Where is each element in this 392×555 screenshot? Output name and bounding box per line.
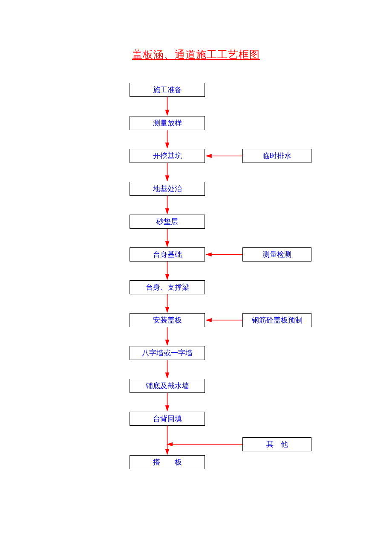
node-n3: 开挖基坑 (130, 149, 205, 163)
node-label: 其 他 (266, 439, 288, 449)
node-label: 砂垫层 (156, 217, 178, 227)
node-n2: 测量放样 (130, 116, 205, 130)
node-label: 钢筋砼盖板预制 (252, 315, 303, 325)
node-n4: 地基处治 (130, 182, 205, 196)
node-n11: 台背回填 (130, 412, 205, 426)
diagram-title: 盖板涵、通道施工工艺框图 (0, 48, 392, 61)
node-label: 临时排水 (262, 151, 291, 161)
node-n9: 八字墙或一字墙 (130, 346, 205, 360)
node-s4: 其 他 (242, 437, 311, 451)
node-label: 开挖基坑 (153, 151, 182, 161)
node-s2: 测量检测 (242, 247, 311, 262)
node-label: 台身、支撑梁 (146, 282, 189, 292)
node-n6: 台身基础 (130, 247, 205, 262)
node-label: 施工准备 (153, 85, 182, 95)
node-label: 八字墙或一字墙 (142, 348, 193, 358)
node-n7: 台身、支撑梁 (130, 280, 205, 294)
node-s3: 钢筋砼盖板预制 (242, 313, 311, 327)
node-n1: 施工准备 (130, 83, 205, 97)
node-label: 铺底及截水墙 (146, 381, 189, 391)
node-n10: 铺底及截水墙 (130, 379, 205, 393)
node-label: 台背回填 (153, 414, 182, 424)
node-n8: 安装盖板 (130, 313, 205, 327)
node-label: 地基处治 (153, 184, 182, 194)
node-s1: 临时排水 (242, 149, 311, 163)
node-n5: 砂垫层 (130, 215, 205, 229)
node-n12: 搭 板 (130, 455, 205, 469)
node-label: 安装盖板 (153, 315, 182, 325)
node-label: 测量放样 (153, 118, 182, 128)
node-label: 测量检测 (262, 250, 291, 259)
node-label: 搭 板 (153, 457, 182, 467)
node-label: 台身基础 (153, 250, 182, 259)
